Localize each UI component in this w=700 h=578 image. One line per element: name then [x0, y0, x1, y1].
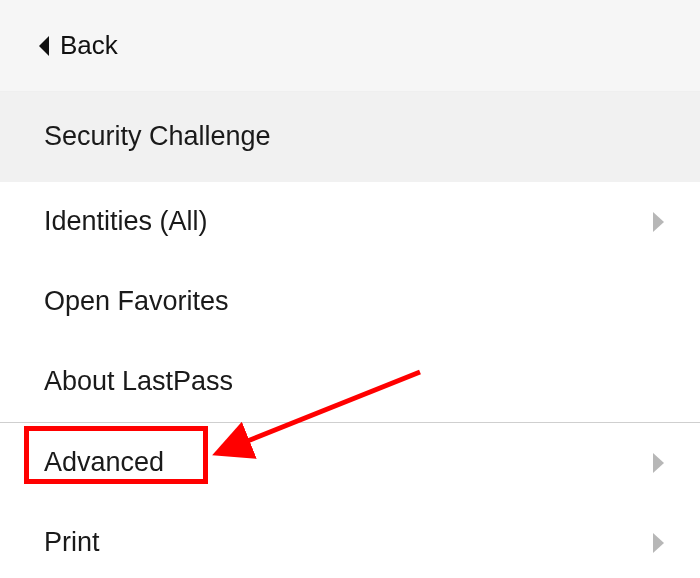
- back-button-label: Back: [60, 30, 118, 61]
- chevron-right-icon: [653, 212, 664, 232]
- menu-item-label: Print: [44, 527, 100, 558]
- svg-marker-2: [653, 453, 664, 473]
- menu-item-about-lastpass[interactable]: About LastPass: [0, 342, 700, 422]
- chevron-right-icon: [653, 453, 664, 473]
- menu-list: Security Challenge Identities (All) Open…: [0, 92, 700, 578]
- panel-header: Back: [0, 0, 700, 92]
- menu-item-label: About LastPass: [44, 366, 233, 397]
- chevron-right-icon: [653, 533, 664, 553]
- menu-item-identities[interactable]: Identities (All): [0, 182, 700, 262]
- menu-item-security-challenge[interactable]: Security Challenge: [0, 92, 700, 182]
- menu-item-open-favorites[interactable]: Open Favorites: [0, 262, 700, 342]
- menu-item-print[interactable]: Print: [0, 503, 700, 578]
- menu-item-label: Identities (All): [44, 206, 208, 237]
- chevron-left-icon: [38, 35, 50, 57]
- menu-item-label: Open Favorites: [44, 286, 229, 317]
- svg-marker-0: [39, 36, 49, 56]
- menu-item-advanced[interactable]: Advanced: [0, 423, 700, 503]
- menu-item-label: Security Challenge: [44, 121, 271, 152]
- menu-item-label: Advanced: [44, 447, 164, 478]
- back-button[interactable]: Back: [38, 30, 118, 61]
- svg-marker-3: [653, 533, 664, 553]
- settings-panel: Back Security Challenge Identities (All)…: [0, 0, 700, 578]
- svg-marker-1: [653, 212, 664, 232]
